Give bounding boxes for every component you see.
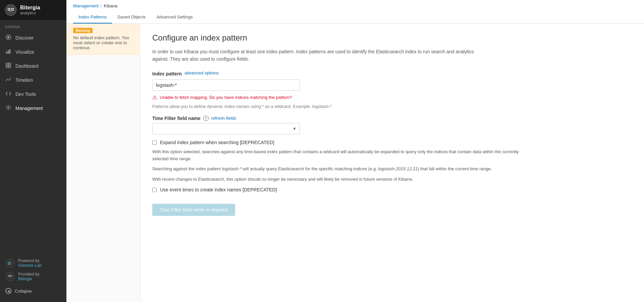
time-filter-label: Time Filter field name i refresh fields	[152, 116, 632, 121]
svg-rect-17	[6, 66, 8, 68]
svg-rect-16	[9, 63, 11, 65]
timelion-icon	[5, 76, 11, 84]
info-icon: i	[203, 116, 209, 121]
grimoire-icon: G	[5, 258, 15, 268]
provided-by-item: Provided by Bitergia	[5, 272, 61, 281]
tab-saved-objects[interactable]: Saved Objects	[112, 11, 151, 23]
svg-point-25	[9, 276, 10, 277]
bitergia-footer-icon	[5, 272, 15, 281]
collapse-icon: ◀	[5, 288, 11, 294]
sidebar-item-management[interactable]: Management	[0, 101, 66, 115]
sidebar-item-devtools[interactable]: Dev Tools	[0, 87, 66, 101]
tab-advanced-settings[interactable]: Advanced Settings	[151, 11, 198, 23]
error-message: ⚠ Unable to fetch mapping. Do you have i…	[152, 94, 632, 101]
index-pattern-input[interactable]	[152, 79, 300, 91]
breadcrumb-management-link[interactable]: Management	[73, 3, 99, 8]
svg-rect-14	[9, 49, 10, 54]
sidebar-header: Bitergia analytics	[0, 0, 66, 20]
management-icon	[5, 105, 11, 112]
sidebar-item-timelion-label: Timelion	[15, 77, 33, 83]
sidebar-item-dashboard[interactable]: Dashboard	[0, 59, 66, 73]
tab-navigation: Index Patterns Saved Objects Advanced Se…	[73, 11, 637, 23]
sidebar-brand-name: Bitergia	[20, 4, 40, 11]
devtools-icon	[5, 90, 11, 98]
svg-point-3	[8, 9, 10, 10]
svg-point-22	[6, 272, 14, 281]
svg-point-11	[7, 36, 9, 38]
sidebar-footer: G Powered by Grimoire Lab Provided by Bi…	[0, 253, 66, 302]
expand-checkbox-row: Expand index pattern when searching [DEP…	[152, 140, 632, 145]
sidebar-item-visualize-label: Visualize	[15, 49, 34, 55]
refresh-fields-link[interactable]: refresh fields	[211, 116, 236, 121]
event-times-checkbox-row: Use event times to create index names [D…	[152, 187, 632, 192]
sidebar-item-discover[interactable]: Discover	[0, 31, 66, 45]
content-main: Configure an index pattern In order to u…	[140, 24, 644, 302]
provided-by-text: Provided by Bitergia	[18, 272, 39, 281]
sidebar-brand-sub: analytics	[20, 11, 40, 15]
warning-message: No default index pattern. You must selec…	[73, 35, 133, 50]
bitergia-logo	[5, 4, 17, 16]
svg-rect-12	[6, 52, 7, 54]
svg-point-0	[5, 4, 16, 16]
expand-checkbox-label: Expand index pattern when searching [DEP…	[160, 140, 274, 145]
sidebar-item-management-label: Management	[15, 106, 43, 111]
collapse-button[interactable]: ◀ Collapse	[5, 285, 61, 297]
svg-point-19	[8, 107, 9, 109]
advanced-options-link[interactable]: advanced options	[184, 70, 219, 75]
sidebar-item-devtools-label: Dev Tools	[15, 92, 36, 97]
svg-point-4	[12, 9, 13, 10]
event-times-checkbox-label: Use event times to create index names [D…	[160, 187, 277, 192]
expand-description-1: With this option selected, searches agai…	[152, 148, 521, 163]
warning-banner: Warning No default index pattern. You mu…	[66, 24, 140, 55]
main-area: Management / Kibana Index Patterns Saved…	[66, 0, 644, 302]
breadcrumb-separator: /	[101, 3, 102, 8]
svg-rect-15	[6, 63, 8, 65]
sidebar-item-discover-label: Discover	[15, 35, 34, 41]
collapse-label: Collapse	[15, 289, 32, 294]
sidebar: Bitergia analytics Kibana Discover Visua…	[0, 0, 66, 302]
discover-icon	[5, 34, 11, 42]
svg-text:G: G	[8, 261, 11, 266]
page-title: Configure an index pattern	[152, 33, 632, 43]
topnav: Management / Kibana Index Patterns Saved…	[66, 0, 644, 24]
sidebar-item-dashboard-label: Dashboard	[15, 63, 39, 69]
powered-by-item: G Powered by Grimoire Lab	[5, 258, 61, 268]
expand-description-3: With recent changes to Elasticsearch, th…	[152, 176, 521, 183]
error-icon: ⚠	[152, 94, 157, 101]
svg-point-5	[9, 9, 9, 9]
tab-index-patterns[interactable]: Index Patterns	[73, 11, 112, 23]
warning-badge: Warning	[73, 28, 93, 33]
submit-button[interactable]: Time Filter field name is required	[152, 204, 235, 216]
powered-by-label: Powered by	[18, 258, 41, 263]
time-filter-select-wrapper: ▼	[152, 123, 300, 134]
visualize-icon	[5, 48, 11, 56]
content-wrapper: Warning No default index pattern. You mu…	[66, 24, 644, 302]
warning-sidebar: Warning No default index pattern. You mu…	[66, 24, 140, 302]
event-times-checkbox[interactable]	[152, 188, 157, 192]
provided-by-label: Provided by	[18, 272, 39, 277]
breadcrumb: Management / Kibana	[73, 0, 637, 11]
time-filter-select[interactable]	[152, 123, 300, 134]
sidebar-item-timelion[interactable]: Timelion	[0, 73, 66, 87]
expand-checkbox[interactable]	[152, 140, 157, 145]
svg-point-6	[12, 9, 13, 9]
page-description: In order to use Kibana you must configur…	[152, 48, 488, 63]
grimoire-lab-link[interactable]: Grimoire Lab	[18, 263, 41, 268]
powered-by-text: Powered by Grimoire Lab	[18, 258, 41, 268]
expand-description-2: Searching against the index pattern logs…	[152, 166, 521, 173]
dashboard-icon	[5, 62, 11, 70]
bitergia-link[interactable]: Bitergia	[18, 277, 39, 281]
hint-text: Patterns allow you to define dynamic ind…	[152, 104, 632, 109]
sidebar-section-label: Kibana	[0, 20, 66, 31]
sidebar-brand-text: Bitergia analytics	[20, 4, 40, 16]
svg-point-26	[11, 276, 12, 277]
svg-rect-18	[9, 66, 11, 68]
index-pattern-label: Index pattern advanced options	[152, 70, 632, 77]
breadcrumb-current: Kibana	[104, 3, 117, 8]
sidebar-item-visualize[interactable]: Visualize	[0, 45, 66, 59]
svg-rect-13	[8, 50, 9, 54]
